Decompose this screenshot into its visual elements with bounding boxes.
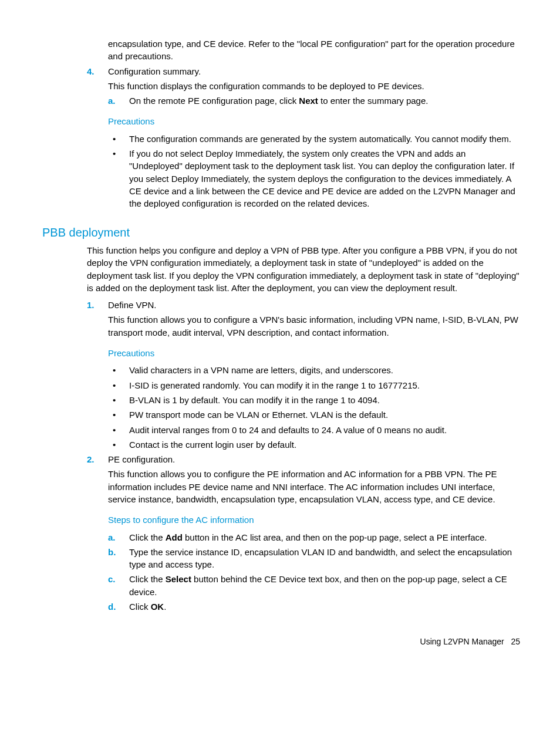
step-4a-pre: On the remote PE configuration page, cli… [129,96,299,106]
pbb-step-2: 2. PE configuration. [87,453,520,465]
step-4a-post: to enter the summary page. [318,96,429,106]
pbb-prec-b1: Valid characters in a VPN name are lette… [129,364,520,376]
step-4a-text: On the remote PE configuration page, cli… [129,94,428,107]
pbb-step-2-title: PE configuration. [108,453,175,465]
step-4-title: Configuration summary. [108,65,201,77]
pbb-intro: This function helps you configure and de… [87,244,520,294]
ac-step-a-text: Click the Add button in the AC list area… [129,531,487,544]
ac-step-d-marker: d. [108,600,129,613]
ac-step-c-text: Click the Select button behind the CE De… [129,573,520,598]
precautions-heading-1: Precautions [108,115,520,127]
ac-step-d-text: Click OK. [129,600,166,613]
ac-step-c-bold: Select [166,574,191,584]
step-4a: a. On the remote PE configuration page, … [108,94,520,107]
precaution-1-2: If you do not select Deploy Immediately,… [129,147,520,210]
ac-step-c-marker: c. [108,573,129,598]
pbb-prec-b4: PW transport mode can be VLAN or Etherne… [129,409,520,421]
ac-step-c-pre: Click the [129,574,166,584]
step-4-marker: 4. [87,65,108,77]
ac-step-a-pre: Click the [129,532,166,542]
pbb-prec-b6: Contact is the current login user by def… [129,438,520,451]
pbb-prec-b2: I-SID is generated randomly. You can mod… [129,379,520,391]
ac-step-b-marker: b. [108,546,129,571]
precautions-heading-2: Precautions [108,347,520,359]
pbb-step-1: 1. Define VPN. [87,299,520,311]
ac-step-d: d. Click OK. [108,600,520,613]
step-4: 4. Configuration summary. [87,65,520,77]
pbb-prec-b5: Audit interval ranges from 0 to 24 and d… [129,424,520,436]
ac-step-a-post: button in the AC list area, and then on … [183,532,487,542]
pbb-step-2-desc: This function allows you to configure th… [108,468,520,505]
step-4a-marker: a. [108,94,129,107]
pbb-step-1-desc: This function allows you to configure a … [108,313,520,339]
ac-step-a-bold: Add [166,532,183,542]
step-4-desc: This function displays the configuration… [108,80,520,92]
ac-step-b: b. Type the service instance ID, encapsu… [108,546,520,571]
ac-step-d-post: . [164,602,166,612]
ac-step-b-text: Type the service instance ID, encapsulat… [129,546,520,571]
pbb-step-1-marker: 1. [87,299,108,311]
pbb-step-1-title: Define VPN. [108,299,157,311]
ac-step-d-bold: OK [151,602,164,612]
ac-step-c: c. Click the Select button behind the CE… [108,573,520,598]
ac-step-a-marker: a. [108,531,129,544]
ac-step-d-pre: Click [129,602,151,612]
step-4a-bold: Next [299,96,318,106]
continuation-paragraph: encapsulation type, and CE device. Refer… [108,38,520,63]
page-footer: Using L2VPN Manager 25 [47,636,520,648]
pbb-prec-b3: B-VLAN is 1 by default. You can modify i… [129,394,520,406]
footer-page-number: 25 [511,637,520,646]
precaution-1-1: The configuration commands are generated… [129,133,520,145]
pbb-deployment-heading: PBB deployment [42,224,520,241]
ac-step-a: a. Click the Add button in the AC list a… [108,531,520,544]
footer-label: Using L2VPN Manager [420,637,504,646]
steps-ac-heading: Steps to configure the AC information [108,514,520,526]
pbb-step-2-marker: 2. [87,453,108,465]
